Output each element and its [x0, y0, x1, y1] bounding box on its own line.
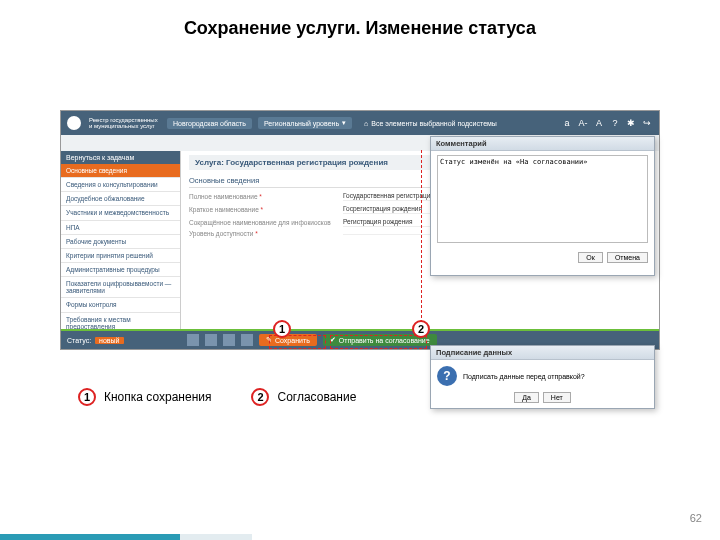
dialog-title: Комментарий [431, 137, 654, 151]
check-icon: ✔ [330, 336, 336, 344]
crumb-level-label: Региональный уровень [264, 120, 339, 127]
crumb-region[interactable]: Новгородская область [167, 118, 252, 129]
sidebar-item-indicators[interactable]: Показатели оцифровываемости — заявителям… [61, 277, 180, 298]
legend-text-1: Кнопка сохранения [104, 390, 211, 404]
tool-icon[interactable] [205, 334, 217, 346]
field-label: Краткое наименование * [189, 206, 339, 213]
comment-dialog: Комментарий Ок Отмена [430, 136, 655, 276]
sidebar-item-participants[interactable]: Участники и межведомственность [61, 206, 180, 220]
sidebar-item-main-info[interactable]: Основные сведения [61, 164, 180, 178]
sidebar: Вернуться к задачам Основные сведения Св… [61, 151, 181, 331]
home-icon: ⌂ [364, 120, 368, 127]
callout-marker-1: 1 [273, 320, 291, 338]
status-badge: новый [95, 337, 123, 344]
sidebar-item-criteria[interactable]: Критерии принятия решений [61, 249, 180, 263]
slide-title: Сохранение услуги. Изменение статуса [0, 0, 720, 45]
status-label: Статус: [67, 337, 91, 344]
callout-legend: 1 Кнопка сохранения 2 Согласование [78, 388, 356, 406]
page-number: 62 [690, 512, 702, 524]
exit-icon[interactable]: ↪ [641, 117, 653, 129]
sidebar-item-control[interactable]: Формы контроля [61, 298, 180, 312]
settings-icon[interactable]: ✱ [625, 117, 637, 129]
ok-button[interactable]: Ок [578, 252, 603, 263]
breadcrumb: Новгородская область Региональный уровен… [167, 117, 553, 129]
sidebar-item-docs[interactable]: Рабочие документы [61, 235, 180, 249]
legend-num-1: 1 [78, 388, 96, 406]
field-label: Сокращённое наименование для инфокиосков [189, 219, 339, 226]
topbar-right-icons: а А- А ? ✱ ↪ [561, 117, 653, 129]
sidebar-item-procedures[interactable]: Административные процедуры [61, 263, 180, 277]
tool-icon[interactable] [187, 334, 199, 346]
comment-textarea[interactable] [437, 155, 648, 243]
app-logo-text: Реестр государственных и муниципальных у… [89, 117, 159, 129]
app-logo-icon [67, 116, 81, 130]
question-icon: ? [437, 366, 457, 386]
app-topbar: Реестр государственных и муниципальных у… [61, 111, 659, 135]
crumb-scope-label: Все элементы выбранной подсистемы [371, 120, 497, 127]
legend-text-2: Согласование [277, 390, 356, 404]
footer-decoration [0, 534, 720, 540]
sign-data-dialog: Подписание данных ? Подписать данные пер… [430, 345, 655, 409]
tool-icon[interactable] [241, 334, 253, 346]
no-button[interactable]: Нет [543, 392, 571, 403]
back-to-tasks-button[interactable]: Вернуться к задачам [61, 151, 180, 164]
callout-marker-2: 2 [412, 320, 430, 338]
legend-item-2: 2 Согласование [251, 388, 356, 406]
font-inc-icon[interactable]: А [593, 117, 605, 129]
status-block: Статус: новый [61, 331, 181, 349]
font-dec-icon[interactable]: А- [577, 117, 589, 129]
field-label: Полное наименование * [189, 193, 339, 200]
legend-num-2: 2 [251, 388, 269, 406]
field-label: Уровень доступности * [189, 230, 339, 237]
yes-button[interactable]: Да [514, 392, 539, 403]
dialog-message: Подписать данные перед отправкой? [463, 373, 585, 380]
send-button-label: Отправить на согласование [339, 337, 430, 344]
cancel-button[interactable]: Отмена [607, 252, 648, 263]
sidebar-item-npa[interactable]: НПА [61, 221, 180, 235]
dialog-title: Подписание данных [431, 346, 654, 360]
callout-connector-2 [421, 150, 422, 328]
chevron-down-icon: ▾ [342, 119, 346, 127]
crumb-level[interactable]: Региональный уровень▾ [258, 117, 352, 129]
sidebar-item-consulting[interactable]: Сведения о консультировании [61, 178, 180, 192]
tool-icon[interactable] [223, 334, 235, 346]
help-icon[interactable]: ? [609, 117, 621, 129]
crumb-scope[interactable]: ⌂Все элементы выбранной подсистемы [358, 118, 503, 129]
legend-item-1: 1 Кнопка сохранения [78, 388, 211, 406]
sidebar-item-appeal[interactable]: Досудебное обжалование [61, 192, 180, 206]
user-icon[interactable]: а [561, 117, 573, 129]
disk-icon: ✎ [266, 336, 272, 344]
sidebar-nav: Основные сведения Сведения о консультиро… [61, 164, 180, 334]
